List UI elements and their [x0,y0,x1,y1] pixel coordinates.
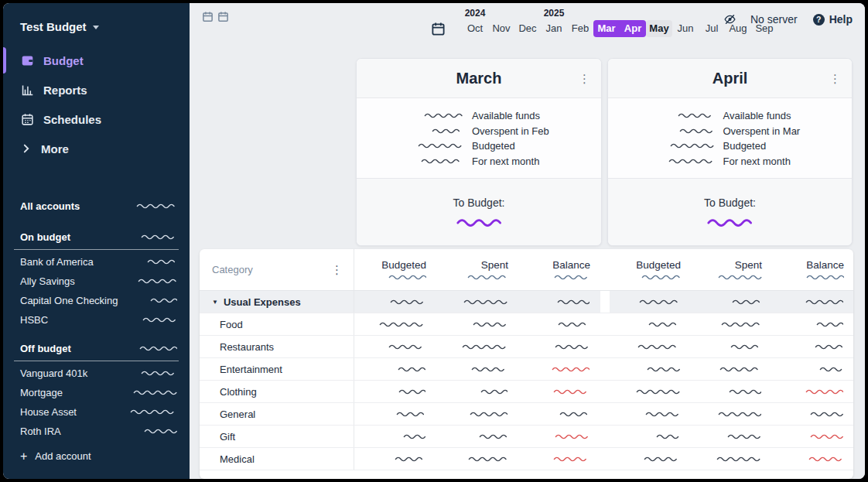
category-name[interactable]: Medical [200,448,354,470]
april-balance-cell[interactable] [772,426,853,447]
month-cell-nov[interactable]: Nov [488,20,514,37]
april-balance-cell[interactable] [772,448,853,470]
march-budgeted-cell[interactable] [354,358,436,380]
march-budgeted-cell[interactable] [354,448,436,470]
category-row-medical: Medical [200,448,853,470]
category-name[interactable]: Clothing [200,381,354,402]
category-name[interactable]: Food [200,313,354,335]
april-spent-cell[interactable] [691,313,772,335]
april-balance-cell[interactable] [772,291,853,313]
april-budgeted-cell[interactable] [610,426,691,447]
month-menu-dots-icon[interactable]: ⋮ [829,73,841,84]
month-card-april: April ⋮ Available funds Overspent in Mar… [607,58,853,246]
sidebar-item-more[interactable]: More [3,134,190,163]
april-spent-cell[interactable] [691,381,772,402]
month-cell-may[interactable]: May [646,20,672,37]
category-name[interactable]: General [200,403,354,425]
collapse-triangle-icon[interactable]: ▼ [212,299,218,306]
april-spent-cell[interactable] [691,426,772,447]
march-balance-cell[interactable] [518,403,600,425]
march-spent-cell[interactable] [436,336,518,357]
april-balance-cell[interactable] [772,336,853,357]
to-budget-amount[interactable] [706,218,754,227]
april-budgeted-cell[interactable] [610,381,691,402]
category-name[interactable]: Gift [200,426,354,447]
budget-file-switcher[interactable]: Test Budget [3,14,190,38]
march-balance-cell[interactable] [518,291,600,313]
month-cell-jun[interactable]: Jun [672,20,699,37]
category-name[interactable]: Restaurants [200,336,354,357]
on-budget-header[interactable]: On budget [14,229,179,250]
march-balance-cell[interactable] [518,336,600,357]
month-cell-feb[interactable]: Feb [567,20,593,37]
april-budgeted-cell[interactable] [610,291,691,313]
march-spent-cell[interactable] [436,426,518,447]
eye-slash-icon[interactable] [722,12,738,26]
server-status-label[interactable]: No server [750,13,798,26]
march-balance-cell[interactable] [518,448,600,470]
march-balance-cell[interactable] [518,313,600,335]
march-spent-cell[interactable] [436,313,518,335]
account-row-bank-of-america[interactable]: Bank of America [3,252,190,272]
to-budget-amount[interactable] [456,218,503,227]
account-row-roth-ira[interactable]: Roth IRA [3,422,190,441]
month-cell-dec[interactable]: Dec [514,20,541,37]
april-balance-cell[interactable] [772,381,853,402]
april-budgeted-cell[interactable] [610,358,691,380]
march-budgeted-cell[interactable] [354,291,436,313]
april-spent-cell[interactable] [691,291,772,313]
march-budgeted-cell[interactable] [354,381,436,402]
april-spent-cell[interactable] [691,403,772,425]
march-balance-cell[interactable] [518,381,600,402]
month-menu-dots-icon[interactable]: ⋮ [579,73,590,84]
march-budgeted-cell[interactable] [354,426,436,447]
account-row-vanguard-401k[interactable]: Vanguard 401k [3,364,190,383]
april-balance-cell[interactable] [772,313,853,335]
march-budgeted-cell[interactable] [354,313,436,335]
month-picker-calendar-icon[interactable] [431,22,449,36]
add-account-button[interactable]: + Add account [3,443,190,470]
one-month-view-calendar-icon[interactable] [201,10,214,23]
march-balance-cell[interactable] [518,358,600,380]
month-cell-apr[interactable]: Apr [620,20,646,37]
april-spent-cell[interactable] [691,336,772,357]
account-row-mortgage[interactable]: Mortgage [3,383,190,402]
sidebar-item-reports[interactable]: Reports [3,75,190,104]
category-menu-dots-icon[interactable]: ⋮ [331,264,343,275]
month-cell-mar[interactable]: Mar [593,20,620,37]
march-spent-cell[interactable] [436,381,518,402]
april-budgeted-cell[interactable] [610,448,691,470]
two-month-view-calendar-icon[interactable] [217,10,230,23]
month-card-march: March ⋮ Available funds Overspent in Feb… [356,58,602,246]
march-budgeted-cell[interactable] [354,403,436,425]
category-group-name[interactable]: ▼ Usual Expenses [200,291,354,313]
sidebar-item-budget[interactable]: Budget [3,46,190,75]
march-spent-cell[interactable] [436,358,518,380]
sidebar-item-schedules[interactable]: Schedules [3,104,190,134]
help-icon: ? [813,14,825,26]
april-spent-cell[interactable] [691,358,772,380]
hidden-balance-squiggle [147,259,177,265]
march-budgeted-cell[interactable] [354,336,436,357]
april-budgeted-cell[interactable] [610,336,691,357]
april-balance-cell[interactable] [772,403,853,425]
april-budgeted-cell[interactable] [610,313,691,335]
april-balance-cell[interactable] [772,358,853,380]
march-balance-cell[interactable] [518,426,600,447]
account-row-house-asset[interactable]: House Asset [3,402,190,422]
april-spent-cell[interactable] [691,448,772,470]
off-budget-header[interactable]: Off budget [14,340,179,361]
month-cell-jul[interactable]: Jul [699,20,725,37]
month-cell-oct[interactable]: Oct [462,20,488,37]
march-spent-cell[interactable] [436,448,518,470]
april-budgeted-cell[interactable] [610,403,691,425]
account-row-hsbc[interactable]: HSBC [3,310,190,330]
all-accounts-row[interactable]: All accounts [3,196,190,218]
help-button[interactable]: ? Help [813,13,853,26]
march-spent-cell[interactable] [436,403,518,425]
category-name[interactable]: Entertainment [200,358,354,380]
month-cell-jan[interactable]: Jan [541,20,567,37]
account-row-ally-savings[interactable]: Ally Savings [3,272,190,291]
account-row-capital-one-checking[interactable]: Capital One Checking [3,291,190,310]
march-spent-cell[interactable] [436,291,518,313]
